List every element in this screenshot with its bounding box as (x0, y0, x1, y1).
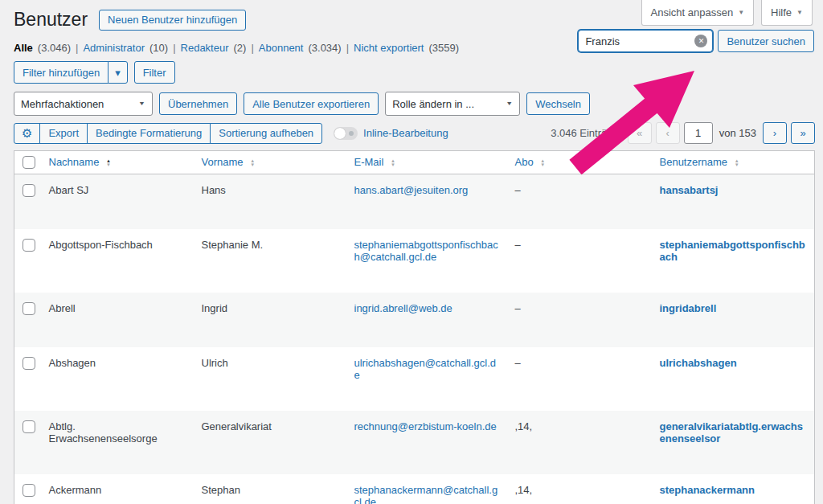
cell-nachname: Ackermann (41, 474, 194, 504)
bulk-actions-selected-value: Mehrfachaktionen (21, 98, 104, 110)
checkbox-cell (14, 293, 41, 347)
row-checkbox[interactable] (23, 302, 35, 315)
page-title: Benutzer (14, 9, 88, 31)
view-count-all: (3.046) (38, 42, 71, 54)
username-link[interactable]: stephanackermann (660, 484, 755, 496)
table-tools-group: ⚙ Export Bedingte Formatierung Sortierun… (14, 123, 322, 144)
toggle-knob (334, 128, 346, 139)
screen-options-button[interactable]: Ansicht anpassen ▼ (641, 0, 755, 26)
cell-abo: – (507, 174, 652, 229)
username-link[interactable]: hansabartsj (660, 184, 719, 196)
view-filter-all[interactable]: Alle (14, 42, 33, 54)
username-link[interactable]: ulrichabshagen (660, 357, 737, 369)
column-label: E-Mail (354, 156, 384, 168)
view-filter-nicht-exportiert[interactable]: Nicht exportiert (354, 42, 424, 54)
add-filter-button[interactable]: Filter hinzufügen (14, 61, 109, 84)
sort-indicator: ▲▼ (391, 159, 395, 167)
inline-edit-toggle[interactable] (334, 127, 358, 140)
table-row: Ackermann Stephan stephanackermann@catch… (14, 474, 815, 504)
last-page-button[interactable]: » (791, 122, 815, 144)
column-header-nachname[interactable]: Nachname ▲▼ (41, 151, 194, 174)
column-label: Nachname (49, 156, 100, 168)
conditional-formatting-button[interactable]: Bedingte Formatierung (87, 123, 211, 144)
sort-desc-icon: ▼ (106, 163, 111, 167)
table-row: Abgottspon-Fischbach Stephanie M. stepha… (14, 229, 815, 293)
checkbox-cell (14, 229, 41, 293)
table-row: Abshagen Ulrich ulrichabshagen@catchall.… (14, 347, 815, 411)
column-header-vorname[interactable]: Vorname ▲▼ (194, 151, 346, 174)
cell-abo: – (507, 293, 652, 347)
cell-abo: ,14, (507, 474, 652, 504)
column-header-abo[interactable]: Abo ▲▼ (507, 151, 652, 174)
cell-vorname: Hans (194, 174, 346, 229)
change-role-button[interactable]: Wechseln (526, 92, 590, 115)
cell-benutzername: hansabartsj (652, 174, 815, 229)
help-button[interactable]: Hilfe ▼ (761, 0, 813, 26)
bulk-actions-select[interactable]: Mehrfachaktionen ▼ (14, 92, 153, 116)
cell-email: ulrichabshagen@catchall.gcl.de (346, 347, 507, 411)
filter-bar: Filter hinzufügen ▾ Filter (14, 61, 823, 84)
settings-gear-button[interactable]: ⚙ (14, 123, 40, 144)
next-page-button[interactable]: › (763, 122, 787, 144)
change-role-select[interactable]: Rolle ändern in ... ▼ (385, 92, 520, 116)
cell-nachname: Abtlg. Erwachsenenseelsorge (41, 411, 194, 474)
clear-sorting-button[interactable]: Sortierung aufheben (210, 123, 322, 144)
username-link[interactable]: ingridabrell (660, 302, 717, 314)
view-filter-redakteur[interactable]: Redakteur (181, 42, 229, 54)
user-search-area: ✕ Benutzer suchen (578, 30, 814, 52)
email-link[interactable]: ulrichabshagen@catchall.gcl.de (354, 357, 497, 381)
chevron-down-icon: ▼ (506, 100, 513, 107)
view-filter-abonnent[interactable]: Abonnent (259, 42, 304, 54)
cell-benutzername: generalvikariatabtlg.erwachsenenseelsor (652, 411, 815, 474)
select-all-cell (14, 151, 41, 174)
cell-email: stephanackermann@catchall.gcl.de (346, 474, 507, 504)
apply-button[interactable]: Übernehmen (159, 92, 237, 115)
filter-button[interactable]: Filter (134, 61, 175, 84)
username-link[interactable]: generalvikariatabtlg.erwachsenenseelsor (660, 420, 803, 445)
total-items-text: 3.046 Einträge (551, 127, 619, 139)
row-checkbox[interactable] (23, 239, 35, 252)
column-label: Vorname (202, 156, 244, 168)
email-link[interactable]: ingrid.abrell@web.de (354, 302, 452, 314)
cell-vorname: Stephan (194, 474, 346, 504)
cell-vorname: Stephanie M. (194, 229, 346, 293)
export-all-users-button[interactable]: Alle Benutzer exportieren (244, 92, 379, 115)
add-new-user-button[interactable]: Neuen Benutzer hinzufügen (99, 10, 246, 31)
search-submit-button[interactable]: Benutzer suchen (718, 30, 814, 52)
inline-edit-label[interactable]: Inline-Bearbeitung (363, 127, 448, 139)
chevron-down-icon: ▼ (138, 100, 145, 107)
current-page-input[interactable] (684, 122, 713, 144)
gear-icon: ⚙ (22, 126, 32, 141)
total-pages-text: von 153 (719, 127, 756, 139)
search-box: ✕ (578, 30, 713, 52)
table-nav: ⚙ Export Bedingte Formatierung Sortierun… (14, 122, 815, 144)
export-button[interactable]: Export (39, 123, 88, 144)
row-checkbox[interactable] (23, 420, 35, 433)
row-checkbox[interactable] (23, 484, 35, 497)
change-role-selected-value: Rolle ändern in ... (392, 98, 474, 110)
username-link[interactable]: stephaniemabgottsponfischbach (660, 239, 805, 263)
checkbox-cell (14, 411, 41, 474)
column-label: Abo (515, 156, 534, 168)
select-all-checkbox[interactable] (23, 156, 35, 169)
row-checkbox[interactable] (23, 357, 35, 370)
email-link[interactable]: rechnung@erzbistum-koeln.de (354, 420, 497, 432)
email-link[interactable]: stephaniemabgottsponfischbach@catchall.g… (354, 239, 498, 263)
view-filter-administrator[interactable]: Administrator (83, 42, 145, 54)
cell-benutzername: ulrichabshagen (652, 347, 815, 411)
email-link[interactable]: stephanackermann@catchall.gcl.de (354, 484, 498, 504)
cell-email: hans.abart@jesuiten.org (346, 174, 507, 229)
sort-desc-icon: ▼ (735, 163, 739, 167)
screen-meta-links: Ansicht anpassen ▼ Hilfe ▼ (641, 0, 813, 26)
row-checkbox[interactable] (23, 184, 35, 197)
view-separator: | (76, 42, 78, 54)
view-count-abonnent: (3.034) (308, 42, 341, 54)
sort-desc-icon: ▼ (540, 163, 545, 167)
view-separator: | (251, 42, 253, 54)
add-filter-caret-button[interactable]: ▾ (108, 61, 128, 84)
pagination: 3.046 Einträge « ‹ von 153 › » (551, 122, 815, 144)
column-header-benutzername[interactable]: Benutzername ▲▼ (652, 151, 815, 174)
email-link[interactable]: hans.abart@jesuiten.org (354, 184, 469, 196)
search-input[interactable] (578, 30, 713, 52)
column-header-email[interactable]: E-Mail ▲▼ (346, 151, 507, 174)
